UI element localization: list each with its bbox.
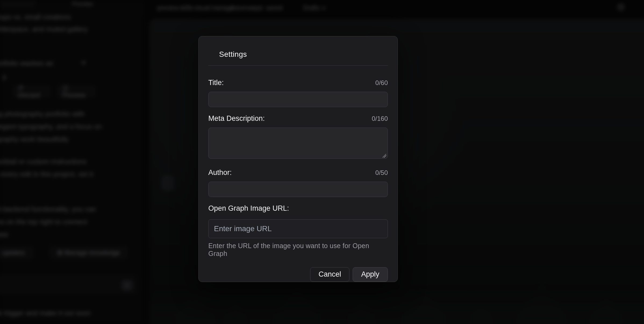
meta-description-label: Meta Description: — [208, 114, 265, 123]
og-image-helper-text: Enter the URL of the image you want to u… — [208, 242, 388, 258]
app-window: preview skills visual manage traverse ep… — [0, 0, 644, 324]
title-char-counter: 0/60 — [375, 78, 388, 87]
modal-title: Settings — [219, 50, 388, 59]
divider — [208, 65, 388, 66]
meta-description-char-counter: 0/160 — [372, 114, 388, 123]
title-input[interactable] — [208, 92, 388, 107]
cancel-button[interactable]: Cancel — [310, 267, 349, 282]
author-input[interactable] — [208, 182, 388, 197]
author-char-counter: 0/50 — [375, 168, 388, 177]
og-image-url-label: Open Graph Image URL: — [208, 204, 289, 213]
og-image-url-input[interactable] — [208, 219, 388, 238]
title-label: Title: — [208, 78, 224, 87]
meta-description-textarea-wrap — [208, 123, 388, 160]
apply-button[interactable]: Apply — [353, 267, 388, 282]
meta-description-textarea[interactable] — [208, 128, 388, 159]
author-label: Author: — [208, 168, 232, 177]
modal-actions: Cancel Apply — [208, 267, 388, 282]
settings-modal: Settings Title: 0/60 Meta Description: 0… — [198, 36, 398, 282]
